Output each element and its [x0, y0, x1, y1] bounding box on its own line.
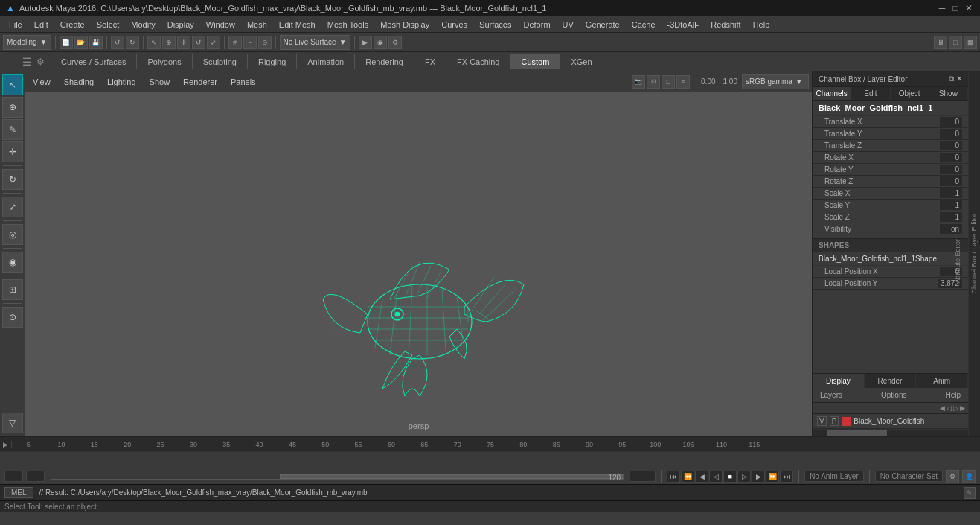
skip-to-end-button[interactable]: ⏭ [780, 471, 793, 483]
grid-icon[interactable]: # [676, 75, 690, 89]
camera-icon[interactable]: 📷 [632, 75, 645, 89]
select-tool-button[interactable]: ↖ [2, 74, 23, 95]
menu-item-create[interactable]: Create [54, 19, 91, 31]
maximize-button[interactable]: □ [950, 3, 961, 13]
cb-attr-value[interactable]: 0 [940, 165, 962, 174]
workspace-dropdown[interactable]: Modeling ▼ [3, 35, 51, 50]
range-start-input[interactable]: 1 [4, 471, 23, 482]
layer-color[interactable] [842, 417, 851, 426]
render-icon[interactable]: ▶ [359, 36, 372, 49]
current-frame-input[interactable]: 1 [26, 471, 45, 482]
menu-item-generate[interactable]: Generate [580, 19, 626, 31]
select-icon[interactable]: ↖ [147, 36, 161, 49]
menu-item-display[interactable]: Display [161, 19, 200, 31]
max-frame-input[interactable]: 200 [630, 471, 656, 482]
layer-icon2[interactable]: ◁ [947, 404, 952, 412]
tab-curves-surfaces[interactable]: Curves / Surfaces [51, 54, 137, 69]
timeline-range-slider[interactable]: 120 [51, 474, 624, 480]
cb-bottom-tab-anim[interactable]: Anim [916, 374, 968, 388]
tab-fx[interactable]: FX [414, 54, 446, 69]
menu-item-redshift[interactable]: Redshift [705, 19, 746, 31]
layer-v-toggle[interactable]: V [817, 416, 827, 426]
menu-item-curves[interactable]: Curves [435, 19, 473, 31]
menu-item-select[interactable]: Select [91, 19, 126, 31]
cb-attr-value[interactable]: on [940, 224, 962, 234]
snap-point-icon[interactable]: ⊙ [258, 36, 272, 49]
cb-attr-value[interactable]: 0 [940, 176, 962, 186]
char-set-icon[interactable]: 👤 [962, 470, 976, 483]
menu-item-uv[interactable]: UV [557, 19, 580, 31]
soft-mod-button[interactable]: ◉ [2, 252, 23, 273]
view-menu[interactable]: View [30, 76, 54, 88]
render-settings-icon[interactable]: ⚙ [388, 36, 402, 49]
menu-item-surfaces[interactable]: Surfaces [473, 19, 517, 31]
open-file-icon[interactable]: 📂 [74, 36, 88, 49]
next-frame-button[interactable]: ▶ [752, 471, 765, 483]
timeline-ruler[interactable]: ▶ 51015202530354045505560657075808590951… [0, 437, 980, 452]
lasso-tool-button[interactable]: ⊕ [2, 97, 23, 118]
play-back-button[interactable]: ◁ [709, 471, 723, 483]
minimize-button[interactable]: ─ [937, 3, 947, 13]
menu-item-window[interactable]: Window [200, 19, 241, 31]
tab-animation[interactable]: Animation [297, 54, 355, 69]
move-icon[interactable]: ✛ [177, 36, 190, 49]
layer-p-toggle[interactable]: P [830, 416, 839, 426]
close-button[interactable]: ✕ [964, 3, 974, 13]
panels-menu[interactable]: Panels [228, 76, 259, 88]
rotate-icon[interactable]: ↺ [192, 36, 205, 49]
menu-item--3dtoall-[interactable]: -3DtoAll- [662, 19, 705, 31]
snap-curve-icon[interactable]: ~ [243, 36, 257, 49]
rotate-tool-button[interactable]: ↻ [2, 169, 23, 190]
snap-tool-button[interactable]: ⊙ [2, 307, 23, 328]
menu-item-modify[interactable]: Modify [125, 19, 161, 31]
live-surface-dropdown[interactable]: No Live Surface ▼ [280, 35, 350, 50]
undo-icon[interactable]: ↺ [111, 36, 124, 49]
menu-item-file[interactable]: File [3, 19, 28, 31]
cb-tab-object[interactable]: Object [891, 87, 929, 100]
gamma-dropdown[interactable]: sRGB gamma ▼ [742, 74, 809, 89]
scale-icon[interactable]: ⤢ [207, 36, 220, 49]
attr-editor-tab[interactable]: Channel Box / Layer Editor Attribute Edi… [968, 71, 980, 436]
universal-tool-button[interactable]: ◎ [2, 224, 23, 245]
stop-button[interactable]: ■ [723, 471, 737, 483]
shading-menu[interactable]: Shading [61, 76, 97, 88]
mel-indicator[interactable]: MEL [4, 487, 33, 498]
lighting-menu[interactable]: Lighting [104, 76, 139, 88]
tab-fx-caching[interactable]: FX Caching [446, 54, 510, 69]
cb-bottom-tab-display[interactable]: Display [813, 374, 865, 388]
prev-frame-button[interactable]: ◀ [695, 471, 708, 483]
cb-attr-value[interactable]: 0 [940, 153, 962, 162]
cb-attr-value[interactable]: 1 [940, 188, 962, 198]
next-key-button[interactable]: ⏩ [766, 471, 779, 483]
menu-item-cache[interactable]: Cache [626, 19, 662, 31]
cb-attr-value[interactable]: 1 [940, 200, 962, 210]
viewport[interactable]: View Shading Lighting Show Renderer Pane… [25, 71, 812, 436]
cb-tab-channels[interactable]: Channels [813, 87, 851, 100]
show-menu[interactable]: Show [147, 76, 173, 88]
tab-custom[interactable]: Custom [511, 54, 561, 69]
prev-key-button[interactable]: ⏪ [681, 471, 694, 483]
menu-item-edit[interactable]: Edit [28, 19, 54, 31]
show-manip-button[interactable]: ⊞ [2, 279, 23, 300]
skip-to-start-button[interactable]: ⏮ [667, 471, 680, 483]
cb-attr-value[interactable]: 0 [940, 129, 962, 139]
script-editor-icon[interactable]: ✎ [964, 487, 976, 499]
menu-item-deform[interactable]: Deform [517, 19, 556, 31]
menu-item-mesh-tools[interactable]: Mesh Tools [321, 19, 374, 31]
cb-scroll[interactable] [813, 429, 968, 436]
cb-tab-show[interactable]: Show [929, 87, 968, 100]
new-file-icon[interactable]: 📄 [60, 36, 73, 49]
play-forward-button[interactable]: ▷ [737, 471, 751, 483]
layers-menu-layers[interactable]: Layers [816, 389, 847, 401]
lasso-icon[interactable]: ⊕ [162, 36, 176, 49]
cb-attr-value[interactable]: 0 [940, 117, 962, 127]
smooth-icon[interactable]: ◻ [662, 75, 675, 89]
menu-item-help[interactable]: Help [747, 19, 776, 31]
cb-tab-edit[interactable]: Edit [851, 87, 890, 100]
ipr-icon[interactable]: ◉ [374, 36, 387, 49]
layer-icon3[interactable]: ▷ [953, 404, 958, 412]
move-tool-button[interactable]: ✛ [2, 141, 23, 162]
tab-settings-icon[interactable]: ⚙ [36, 57, 45, 67]
snap-grid-icon[interactable]: # [228, 36, 242, 49]
layers-menu-options[interactable]: Options [877, 389, 911, 401]
